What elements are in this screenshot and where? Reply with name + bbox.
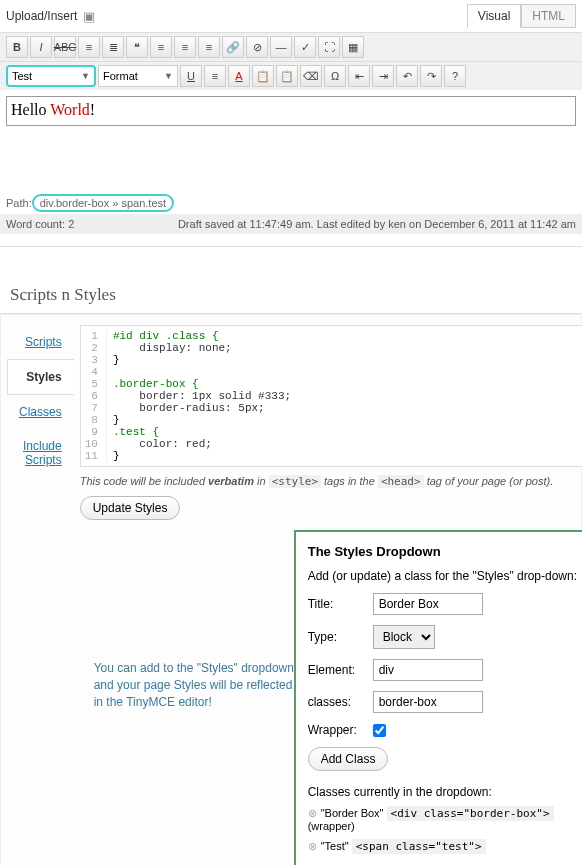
status-row: Word count: 2 Draft saved at 11:47:49 am… [0, 214, 582, 234]
tab-visual[interactable]: Visual [467, 4, 521, 28]
italic-button[interactable]: I [30, 36, 52, 58]
title-label: Title: [308, 597, 373, 611]
editor-text: ! [90, 101, 95, 118]
path-row: Path: div.border-box » span.test [0, 192, 582, 214]
annotation-text: You can add to the "Styles" dropdown and… [94, 660, 304, 710]
media-icon[interactable]: ▣ [83, 9, 95, 24]
underline-button[interactable]: U [180, 65, 202, 87]
charmap-button[interactable]: Ω [324, 65, 346, 87]
link-button[interactable]: 🔗 [222, 36, 244, 58]
popup-intro: Add (or update) a class for the "Styles"… [308, 569, 580, 583]
element-label: Element: [308, 663, 373, 677]
bullet-list-button[interactable]: ≡ [78, 36, 100, 58]
unlink-button[interactable]: ⊘ [246, 36, 268, 58]
chevron-down-icon: ▼ [160, 71, 173, 81]
code-editor[interactable]: 1234567891011 #id div .class { display: … [80, 325, 582, 467]
class-list-item: ⊗"Test" <span class="test"> [308, 840, 580, 853]
remove-format-button[interactable]: ⌫ [300, 65, 322, 87]
line-numbers: 1234567891011 [85, 330, 107, 462]
editor-text: Hello [11, 101, 50, 118]
type-label: Type: [308, 630, 373, 644]
chevron-down-icon: ▼ [77, 71, 90, 81]
panel-body: Scripts Styles Classes Include Scripts 1… [0, 314, 582, 865]
tab-include-scripts[interactable]: Include Scripts [7, 429, 74, 477]
class-list-item: ⊗"Border Box" <div class="border-box"> (… [308, 807, 580, 832]
paste-word-button[interactable]: 📋 [276, 65, 298, 87]
title-input[interactable] [373, 593, 483, 615]
classes-label: classes: [308, 695, 373, 709]
delete-icon[interactable]: ⊗ [308, 807, 317, 819]
help-button[interactable]: ? [444, 65, 466, 87]
wrapper-label: Wrapper: [308, 723, 373, 737]
strike-button[interactable]: ABC [54, 36, 76, 58]
scripts-styles-panel: Scripts n Styles Scripts Styles Classes … [0, 277, 582, 865]
type-select[interactable]: Block [373, 625, 435, 649]
tab-html[interactable]: HTML [521, 4, 576, 28]
styles-dropdown[interactable]: Test▼ [6, 65, 96, 87]
editor-toolbar-area: Upload/Insert ▣ Visual HTML B I ABC ≡ ≣ … [0, 0, 582, 247]
toolbar-row-1: B I ABC ≡ ≣ ❝ ≡ ≡ ≡ 🔗 ⊘ — ✓ ⛶ ▦ [0, 32, 582, 61]
side-tabs: Scripts Styles Classes Include Scripts [7, 325, 74, 865]
tab-classes[interactable]: Classes [7, 395, 74, 429]
fullscreen-button[interactable]: ⛶ [318, 36, 340, 58]
more-button[interactable]: — [270, 36, 292, 58]
delete-icon[interactable]: ⊗ [308, 840, 317, 852]
element-input[interactable] [373, 659, 483, 681]
panel-title: Scripts n Styles [0, 277, 582, 314]
code-area: 1234567891011 #id div .class { display: … [74, 325, 582, 865]
number-list-button[interactable]: ≣ [102, 36, 124, 58]
align-left-button[interactable]: ≡ [150, 36, 172, 58]
format-dropdown[interactable]: Format▼ [98, 65, 178, 87]
outdent-button[interactable]: ⇤ [348, 65, 370, 87]
draft-status: Draft saved at 11:47:49 am. Last edited … [178, 218, 576, 230]
align-center-button[interactable]: ≡ [174, 36, 196, 58]
classes-input[interactable] [373, 691, 483, 713]
align-right-button[interactable]: ≡ [198, 36, 220, 58]
popup-title: The Styles Dropdown [308, 544, 580, 559]
tab-styles[interactable]: Styles [7, 359, 74, 395]
styles-dropdown-value: Test [12, 70, 32, 82]
editor-tabs: Visual HTML [467, 4, 576, 28]
upload-row: Upload/Insert ▣ Visual HTML [0, 0, 582, 32]
redo-button[interactable]: ↷ [420, 65, 442, 87]
code-note: This code will be included verbatim in <… [80, 475, 582, 488]
content-editor[interactable]: Hello World! [6, 96, 576, 126]
add-class-button[interactable]: Add Class [308, 747, 389, 771]
word-count: Word count: 2 [6, 218, 74, 230]
spellcheck-button[interactable]: ✓ [294, 36, 316, 58]
upload-label: Upload/Insert [6, 9, 77, 23]
blockquote-button[interactable]: ❝ [126, 36, 148, 58]
kitchensink-button[interactable]: ▦ [342, 36, 364, 58]
styles-dropdown-popup: The Styles Dropdown Add (or update) a cl… [294, 530, 582, 865]
editor-text-styled: World [50, 101, 90, 118]
format-dropdown-value: Format [103, 70, 138, 82]
indent-button[interactable]: ⇥ [372, 65, 394, 87]
update-styles-button[interactable]: Update Styles [80, 496, 181, 520]
undo-button[interactable]: ↶ [396, 65, 418, 87]
wrapper-checkbox[interactable] [373, 724, 386, 737]
path-content[interactable]: div.border-box » span.test [32, 194, 174, 212]
toolbar-row-2: Test▼ Format▼ U ≡ A 📋 📋 ⌫ Ω ⇤ ⇥ ↶ ↷ ? [0, 61, 582, 90]
bold-button[interactable]: B [6, 36, 28, 58]
justify-button[interactable]: ≡ [204, 65, 226, 87]
tab-scripts[interactable]: Scripts [7, 325, 74, 359]
code-content: #id div .class { display: none; } .borde… [107, 330, 291, 462]
paste-text-button[interactable]: 📋 [252, 65, 274, 87]
current-classes-label: Classes currently in the dropdown: [308, 785, 580, 799]
textcolor-button[interactable]: A [228, 65, 250, 87]
path-label: Path: [6, 197, 32, 209]
